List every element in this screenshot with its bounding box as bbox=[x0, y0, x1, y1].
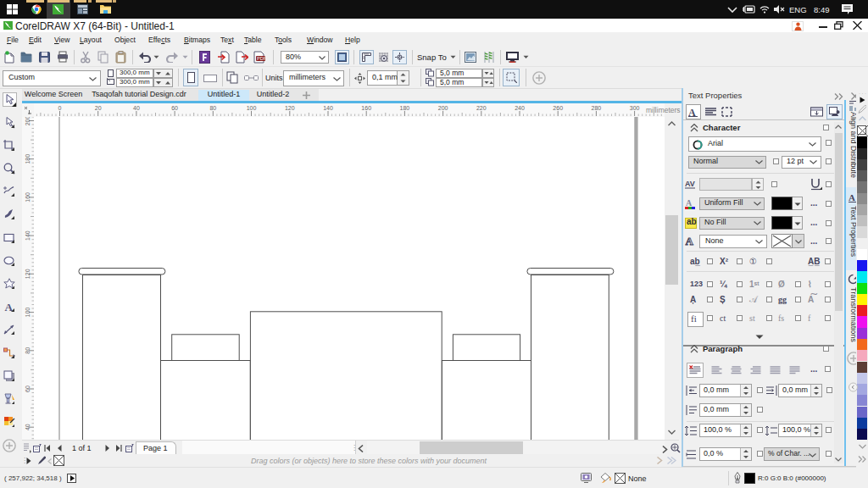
svg-text:260: 260 bbox=[553, 105, 563, 111]
svg-text:200: 200 bbox=[25, 117, 31, 125]
svg-text:0: 0 bbox=[58, 105, 62, 111]
svg-text:A: A bbox=[849, 192, 855, 202]
svg-text:140: 140 bbox=[25, 230, 31, 241]
svg-text:60: 60 bbox=[171, 105, 178, 111]
svg-text:20: 20 bbox=[95, 105, 102, 111]
svg-text:A: A bbox=[686, 198, 693, 208]
svg-text:240: 240 bbox=[515, 105, 525, 111]
svg-text:80: 80 bbox=[209, 105, 216, 111]
svg-text:220: 220 bbox=[476, 105, 487, 111]
svg-text:AV: AV bbox=[685, 180, 695, 188]
svg-text:40: 40 bbox=[133, 105, 140, 111]
svg-text:180: 180 bbox=[25, 154, 31, 164]
svg-text:160: 160 bbox=[361, 105, 371, 111]
svg-text:60: 60 bbox=[25, 385, 31, 392]
svg-text:80: 80 bbox=[25, 347, 31, 354]
svg-text:120: 120 bbox=[25, 269, 31, 279]
svg-text:140: 140 bbox=[323, 105, 333, 111]
svg-text:280: 280 bbox=[592, 105, 602, 111]
svg-text:120: 120 bbox=[285, 105, 295, 111]
svg-text:180: 180 bbox=[400, 105, 410, 111]
svg-text:A: A bbox=[5, 301, 14, 313]
svg-text:200: 200 bbox=[438, 105, 448, 111]
svg-text:40: 40 bbox=[25, 424, 31, 430]
svg-text:A: A bbox=[686, 236, 694, 247]
svg-text:100: 100 bbox=[247, 105, 257, 111]
svg-text:100: 100 bbox=[25, 308, 31, 318]
svg-text:300: 300 bbox=[630, 105, 640, 111]
svg-text:A: A bbox=[688, 107, 696, 117]
svg-text:160: 160 bbox=[25, 192, 31, 202]
svg-text:PDF: PDF bbox=[257, 56, 267, 61]
